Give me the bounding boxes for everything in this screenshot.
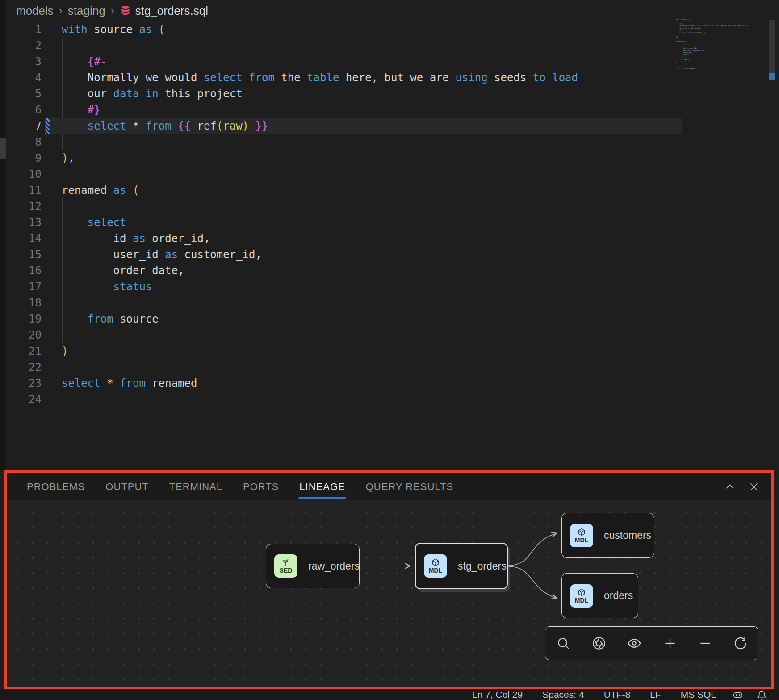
eol-setting[interactable]: LF bbox=[650, 689, 661, 700]
badge-label: SED bbox=[280, 567, 293, 574]
model-badge: MDL bbox=[570, 524, 593, 547]
code-line[interactable]: 2 bbox=[6, 38, 779, 54]
chevron-up-icon[interactable] bbox=[724, 481, 736, 493]
code-line[interactable]: 11renamed as ( bbox=[6, 182, 779, 198]
code-line[interactable]: 5 our data in this project bbox=[6, 86, 779, 102]
gutter bbox=[45, 247, 50, 263]
line-number: 11 bbox=[6, 182, 42, 198]
model-badge: MDL bbox=[424, 554, 447, 578]
code-line[interactable]: 6 #} bbox=[6, 102, 779, 118]
line-number: 20 bbox=[6, 327, 42, 343]
breadcrumb-item-models[interactable]: models bbox=[16, 4, 54, 18]
code-line[interactable]: 1with source as ( bbox=[6, 21, 779, 38]
code-line[interactable]: 24 bbox=[6, 391, 779, 407]
encoding[interactable]: UTF-8 bbox=[604, 689, 631, 700]
editor-left-gutter-strip bbox=[0, 0, 6, 470]
indent-setting[interactable]: Spaces: 4 bbox=[542, 689, 584, 700]
cursor-position[interactable]: Ln 7, Col 29 bbox=[472, 689, 523, 700]
node-label: stg_orders bbox=[458, 560, 507, 572]
breadcrumb-file[interactable]: stg_orders.sql bbox=[120, 4, 208, 18]
tab-terminal[interactable]: TERMINAL bbox=[169, 481, 222, 493]
code-line[interactable]: 13 select bbox=[6, 214, 779, 231]
badge-label: MDL bbox=[575, 537, 588, 544]
seed-icon bbox=[281, 558, 290, 567]
code-line[interactable]: 17 status bbox=[6, 279, 779, 295]
code-line[interactable]: 12 bbox=[6, 198, 779, 214]
minimap[interactable]: with source as ( {#- Normally we would s… bbox=[674, 18, 756, 77]
lineage-node-orders[interactable]: MDL orders bbox=[561, 573, 638, 618]
gutter bbox=[45, 343, 50, 359]
line-number: 4 bbox=[6, 70, 42, 86]
code-line[interactable]: 22 bbox=[6, 359, 779, 375]
gutter bbox=[45, 375, 50, 391]
bell-icon[interactable] bbox=[756, 689, 767, 700]
code-line[interactable]: 14 id as order_id, bbox=[6, 231, 779, 247]
line-number: 9 bbox=[6, 150, 42, 166]
panel-tab-bar: PROBLEMS OUTPUT TERMINAL PORTS LINEAGE Q… bbox=[7, 473, 771, 500]
copilot-icon[interactable] bbox=[732, 689, 744, 700]
code-line[interactable]: 8 bbox=[6, 134, 779, 150]
tab-lineage[interactable]: LINEAGE bbox=[299, 481, 345, 493]
language-mode[interactable]: MS SQL bbox=[681, 689, 716, 700]
database-icon bbox=[120, 5, 131, 17]
line-number: 5 bbox=[6, 86, 42, 102]
gutter bbox=[45, 134, 50, 150]
gutter bbox=[45, 21, 50, 38]
aperture-icon[interactable] bbox=[591, 636, 607, 651]
editor-scrollbar[interactable] bbox=[769, 20, 775, 73]
zoom-out-icon[interactable] bbox=[698, 636, 713, 651]
tab-problems[interactable]: PROBLEMS bbox=[27, 481, 85, 493]
breadcrumb-filename: stg_orders.sql bbox=[135, 4, 208, 18]
code-line[interactable]: 19 from source bbox=[6, 311, 779, 327]
code-editor[interactable]: 1with source as (23 {#-4 Normally we wou… bbox=[6, 21, 779, 407]
gutter bbox=[45, 70, 50, 86]
gutter bbox=[45, 198, 50, 214]
breadcrumb-item-staging[interactable]: staging bbox=[68, 4, 105, 18]
code-line[interactable]: 4 Normally we would select from the tabl… bbox=[6, 70, 779, 86]
line-number: 12 bbox=[6, 198, 42, 214]
overview-ruler-decoration bbox=[769, 73, 775, 80]
line-number: 17 bbox=[6, 279, 42, 295]
line-number: 14 bbox=[6, 231, 42, 247]
close-icon[interactable] bbox=[748, 481, 760, 493]
code-line bbox=[674, 70, 756, 72]
editor-pane: models › staging › stg_orders.sql 1with … bbox=[0, 0, 779, 470]
line-number: 21 bbox=[6, 343, 42, 359]
lineage-node-stg-orders[interactable]: MDL stg_orders bbox=[415, 543, 508, 589]
zoom-in-icon[interactable] bbox=[662, 636, 678, 651]
line-number: 23 bbox=[6, 375, 42, 391]
search-icon[interactable] bbox=[556, 636, 571, 651]
code-line[interactable]: 16 order_date, bbox=[6, 263, 779, 279]
code-line[interactable]: 20 bbox=[6, 327, 779, 343]
code-line[interactable]: 18 bbox=[6, 295, 779, 311]
cube-icon bbox=[577, 528, 586, 537]
line-number: 19 bbox=[6, 311, 42, 327]
tab-query-results[interactable]: QUERY RESULTS bbox=[366, 481, 453, 493]
lineage-node-customers[interactable]: MDL customers bbox=[561, 513, 654, 558]
gutter bbox=[45, 102, 50, 118]
lineage-node-raw-orders[interactable]: SED raw_orders bbox=[266, 544, 360, 588]
tab-output[interactable]: OUTPUT bbox=[105, 481, 148, 493]
modified-line-marker bbox=[45, 118, 50, 134]
gutter bbox=[45, 182, 50, 198]
code-line[interactable]: 21) bbox=[6, 343, 779, 359]
lineage-graph-canvas[interactable]: SED raw_orders MDL stg_orders MDL custom… bbox=[7, 500, 771, 687]
left-scroll-indicator[interactable] bbox=[0, 138, 6, 159]
code-line[interactable]: 15 user_id as customer_id, bbox=[6, 247, 779, 263]
code-line[interactable]: 23select * from renamed bbox=[6, 375, 779, 391]
code-line[interactable]: 3 {#- bbox=[6, 54, 779, 70]
refresh-icon[interactable] bbox=[733, 636, 748, 651]
tab-ports[interactable]: PORTS bbox=[243, 481, 279, 493]
code-line[interactable]: 9), bbox=[6, 150, 779, 166]
node-label: orders bbox=[604, 590, 633, 602]
line-number: 13 bbox=[6, 214, 42, 231]
breadcrumb: models › staging › stg_orders.sql bbox=[16, 0, 208, 21]
code-line[interactable]: 7 select * from {{ ref(raw) }} bbox=[6, 118, 779, 134]
code-line[interactable]: 10 bbox=[6, 166, 779, 182]
line-number: 2 bbox=[6, 38, 42, 54]
gutter bbox=[45, 150, 50, 166]
line-number: 8 bbox=[6, 134, 42, 150]
gutter bbox=[45, 311, 50, 327]
eye-icon[interactable] bbox=[627, 636, 642, 651]
line-number: 1 bbox=[6, 21, 42, 38]
